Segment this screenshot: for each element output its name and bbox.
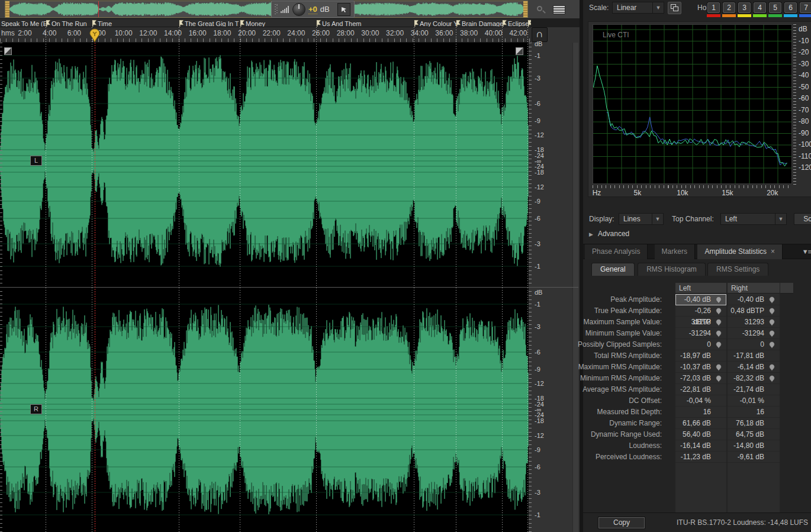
track-marker[interactable]: Time	[92, 19, 112, 27]
track-marker[interactable]: Us And Them	[316, 19, 361, 27]
gain-knob[interactable]	[292, 3, 305, 16]
track-marker[interactable]: Brain Damage	[456, 19, 503, 27]
stat-value-cell[interactable]: 31293	[675, 317, 726, 328]
track-marker[interactable]: On The Run	[46, 19, 87, 27]
amplitude-scale-label: -3	[535, 240, 540, 247]
location-pin-icon[interactable]	[716, 319, 722, 326]
gain-value[interactable]: +0	[308, 5, 317, 14]
stat-value-cell[interactable]: 0	[675, 339, 726, 350]
stat-value-cell[interactable]: -31294	[675, 328, 726, 339]
stat-value-cell[interactable]: -22,81 dB	[675, 384, 726, 395]
top-channel-dropdown[interactable]: Left▼	[720, 213, 787, 225]
frequency-plot[interactable]: Live CTI	[593, 24, 792, 184]
tab-close-icon[interactable]: ×	[771, 247, 775, 256]
amplitude-scale-label: -1	[535, 52, 540, 59]
stat-value-cell[interactable]: -16,14 dB	[675, 440, 726, 452]
stat-value-cell[interactable]: 56,40 dB	[675, 429, 726, 440]
stat-value-cell[interactable]: -14,80 dB	[728, 440, 780, 452]
stat-value-cell[interactable]: 61,66 dB	[675, 418, 726, 429]
hold-button-3[interactable]: 3	[738, 2, 751, 13]
hold-button-5[interactable]: 5	[769, 2, 781, 13]
overview-navigator[interactable]	[5, 1, 528, 18]
subtab-rms-histogram[interactable]: RMS Histogram	[638, 263, 706, 276]
tab-markers[interactable]: Markers	[655, 244, 695, 259]
marker-line	[316, 27, 317, 532]
stat-value-cell[interactable]: 0,48 dBTP	[728, 305, 780, 317]
location-pin-icon[interactable]	[769, 319, 775, 326]
stat-value-cell[interactable]: -82,32 dB	[728, 373, 780, 384]
location-pin-icon[interactable]	[716, 375, 722, 382]
stat-value-cell[interactable]: -0,26 dBTP	[675, 305, 726, 317]
hud-drag-handle[interactable]	[275, 4, 278, 15]
track-marker[interactable]: The Great Gig In T	[179, 19, 239, 27]
display-dropdown[interactable]: Lines▼	[619, 213, 664, 225]
stat-value-cell[interactable]: 0	[728, 339, 780, 350]
track-marker[interactable]: Any Colour Y	[414, 19, 458, 27]
tab-phase-analysis[interactable]: Phase Analysis	[585, 244, 648, 259]
hud-pin-button[interactable]	[337, 3, 350, 16]
selection-corner-icon-right[interactable]	[516, 47, 523, 55]
track-marker[interactable]: Speak To Me (E	[1, 19, 47, 27]
location-pin-icon[interactable]	[716, 364, 722, 371]
hold-button-7[interactable]: 7	[800, 2, 811, 13]
list-menu-icon[interactable]	[553, 5, 565, 14]
left-channel-badge[interactable]: L	[30, 156, 42, 166]
location-pin-icon[interactable]	[716, 330, 722, 337]
subtab-general[interactable]: General	[591, 263, 635, 276]
subtab-rms-settings[interactable]: RMS Settings	[707, 263, 768, 276]
location-pin-icon[interactable]	[769, 375, 775, 382]
hold-button-4[interactable]: 4	[754, 2, 766, 13]
column-header-right[interactable]: Right	[728, 283, 780, 294]
location-pin-icon[interactable]	[769, 364, 775, 371]
hold-button-2[interactable]: 2	[723, 2, 735, 13]
selection-corner-icon-left[interactable]	[4, 47, 12, 55]
hold-button-6[interactable]: 6	[784, 2, 797, 13]
track-marker[interactable]: Money	[240, 19, 265, 27]
stat-value-cell[interactable]: 16	[728, 407, 780, 418]
timeline-ruler[interactable]: hms 2:004:006:008:0010:0012:0014:0016:00…	[0, 27, 531, 43]
tab-amplitude-statistics[interactable]: Amplitude Statistics×	[697, 244, 783, 259]
stat-value-cell[interactable]: 16	[675, 407, 726, 418]
stat-value-cell[interactable]: -10,37 dB	[675, 362, 726, 373]
panel-menu-icon[interactable]: ▼≡	[802, 248, 811, 255]
location-pin-icon[interactable]	[769, 330, 775, 337]
track-marker[interactable]	[527, 19, 531, 27]
location-pin-icon[interactable]	[716, 308, 722, 315]
stat-value-cell[interactable]: 76,18 dB	[728, 418, 780, 429]
channel-divider[interactable]	[0, 287, 578, 288]
location-pin-icon[interactable]	[769, 341, 775, 349]
advanced-toggle[interactable]: ▶Advanced	[589, 230, 629, 238]
stat-value-cell[interactable]: -0,01 %	[728, 395, 780, 407]
marker-bar[interactable]: Speak To Me (EOn The RunTimeThe Great Gi…	[0, 18, 531, 27]
stat-value-cell[interactable]: -72,03 dB	[675, 373, 726, 384]
stat-value-cell[interactable]: -0,40 dB	[728, 294, 780, 305]
overview-right-handle[interactable]	[523, 1, 527, 17]
zoom-icon[interactable]	[536, 5, 546, 15]
hold-button-1[interactable]: 1	[707, 2, 720, 13]
copy-button[interactable]: Copy	[598, 517, 645, 528]
right-channel-badge[interactable]: R	[30, 404, 42, 414]
stat-value-cell[interactable]: -21,74 dB	[728, 384, 780, 395]
stat-value-cell[interactable]: -6,14 dB	[728, 362, 780, 373]
stat-value-cell[interactable]: -11,23 dB	[675, 452, 726, 463]
location-pin-icon[interactable]	[716, 296, 722, 304]
stat-value-cell[interactable]: -18,97 dB	[675, 350, 726, 362]
column-header-left[interactable]: Left	[675, 283, 726, 294]
playhead-handle[interactable]	[89, 28, 100, 43]
stat-value: 0	[707, 339, 711, 350]
stat-value-cell[interactable]: -0,40 dB	[675, 294, 726, 305]
track-marker[interactable]: Eclipse	[502, 19, 529, 27]
scale-dropdown[interactable]: Linear▼	[612, 2, 664, 14]
overview-left-handle[interactable]	[5, 1, 9, 17]
stat-value-cell[interactable]: -31294	[728, 328, 780, 339]
location-pin-icon[interactable]	[716, 341, 722, 349]
stat-value-cell[interactable]: -9,61 dB	[728, 452, 780, 463]
stat-value-cell[interactable]: -0,04 %	[675, 395, 726, 407]
stat-value-cell[interactable]: 31293	[728, 317, 780, 328]
stat-value-cell[interactable]: -17,81 dB	[728, 350, 780, 362]
location-pin-icon[interactable]	[769, 308, 775, 315]
location-pin-icon[interactable]	[769, 296, 775, 304]
copy-graph-button[interactable]	[668, 2, 681, 14]
stat-value-cell[interactable]: 64,75 dB	[728, 429, 780, 440]
scan-button[interactable]: Sca	[794, 213, 811, 225]
